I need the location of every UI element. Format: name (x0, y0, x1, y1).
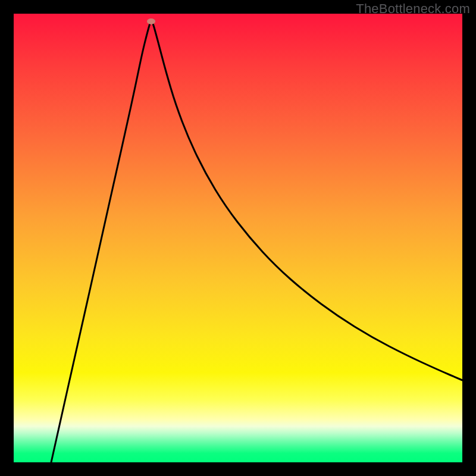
optimum-marker (147, 18, 155, 24)
bottleneck-curve (14, 14, 462, 462)
curve-path (51, 21, 462, 462)
chart-frame (14, 14, 462, 462)
